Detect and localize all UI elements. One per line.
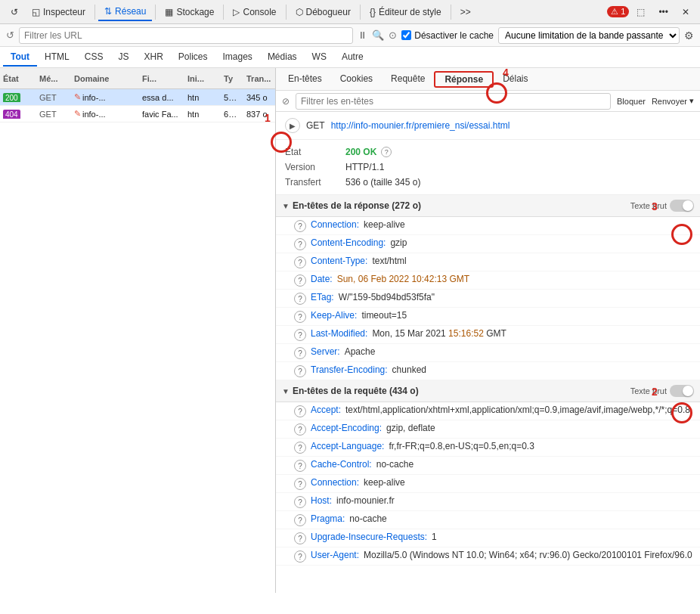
transfer-cell: 345 o — [243, 93, 275, 102]
tab-html[interactable]: HTML — [37, 48, 77, 67]
block-button[interactable]: Bloquer — [617, 97, 646, 106]
more-tools-btn[interactable]: >> — [454, 4, 477, 20]
play-button[interactable]: ▶ — [285, 118, 300, 133]
request-list-panel: État Mé... Domaine Fi... Ini... Ty Tran.… — [0, 68, 276, 593]
request-method: GET — [306, 120, 325, 131]
request-header-cache-control: ? Cache-Control: no-cache — [276, 457, 700, 475]
tab-autre[interactable]: Autre — [334, 48, 371, 67]
request-header-accept-encoding: ? Accept-Encoding: gzip, deflate — [276, 420, 700, 439]
request-headers-section-header[interactable]: ▼ En-têtes de la requête (434 o) Texte b… — [276, 380, 700, 402]
request-url[interactable]: http://info-mounier.fr/premiere_nsi/essa… — [331, 120, 510, 131]
request-header-user-agent: ? User-Agent: Mozilla/5.0 (Windows NT 10… — [276, 547, 700, 566]
tab-xhr[interactable]: XHR — [136, 48, 170, 67]
tab-requete[interactable]: Requête — [382, 70, 434, 88]
cache-check-label[interactable]: Désactiver le cache — [401, 30, 494, 41]
pause-icon[interactable]: ⏸ — [358, 29, 367, 41]
camera-icon[interactable]: ⊙ — [389, 29, 397, 41]
cache-checkbox[interactable] — [401, 30, 411, 40]
help-icon[interactable]: ? — [294, 329, 306, 341]
error-badge[interactable]: ⚠ 1 — [607, 6, 629, 17]
tab-js[interactable]: JS — [110, 48, 136, 67]
toolbar-right: ⚠ 1 ⬚ ••• ✕ — [607, 4, 695, 20]
col-header-tran[interactable]: Tran... — [243, 74, 276, 83]
col-header-me[interactable]: Mé... — [36, 74, 71, 83]
tab-tout[interactable]: Tout — [3, 48, 37, 67]
state-value: 200 OK — [345, 147, 376, 157]
network-filter-tabs: Tout HTML CSS JS XHR Polices Images Médi… — [0, 47, 700, 68]
request-header-accept: ? Accept: text/html,application/xhtml+xm… — [276, 402, 700, 420]
info-grid: État 200 OK ? Version HTTP/1.1 Transfert… — [276, 140, 700, 195]
help-icon[interactable]: ? — [294, 478, 306, 490]
col-header-domaine[interactable]: Domaine — [71, 74, 139, 83]
help-icon[interactable]: ? — [294, 347, 306, 359]
throttle-select[interactable]: Aucune limitation de la bande passante — [498, 27, 680, 44]
more-btn[interactable]: ••• — [652, 4, 674, 20]
raw-text-request-toggle[interactable] — [670, 385, 694, 397]
stockage-btn[interactable]: ▦ Stockage — [159, 4, 220, 20]
help-icon[interactable]: ? — [294, 256, 306, 268]
help-icon[interactable]: ? — [294, 238, 306, 250]
debogueur-btn[interactable]: ⬡ Débogueur — [290, 4, 357, 20]
tab-delais[interactable]: Délais — [494, 70, 537, 88]
help-icon[interactable]: ? — [294, 365, 306, 377]
tab-en-tetes[interactable]: En-têtes — [279, 70, 331, 88]
inspector-icon: ◱ — [32, 7, 40, 17]
response-headers-section-header[interactable]: ▼ En-têtes de la réponse (272 o) Texte b… — [276, 195, 700, 217]
help-icon[interactable]: ? — [294, 442, 306, 454]
table-row[interactable]: 200 GET ✎ info-... essa d... htn 536 o 3… — [0, 89, 275, 106]
method-cell: GET — [36, 110, 71, 119]
resend-button[interactable]: Renvoyer ▾ — [652, 96, 694, 106]
request-header-accept-language: ? Accept-Language: fr,fr-FR;q=0.8,en-US;… — [276, 439, 700, 457]
table-row[interactable]: 404 GET ✎ info-... favic Fa... htn 698 o… — [0, 106, 275, 122]
help-icon[interactable]: ? — [294, 274, 306, 287]
gear-icon[interactable]: ⚙ — [684, 29, 694, 42]
tab-ws[interactable]: WS — [305, 48, 334, 67]
tab-polices[interactable]: Polices — [171, 48, 215, 67]
help-icon[interactable]: ? — [294, 220, 306, 232]
reload-btn[interactable]: ↺ — [5, 4, 24, 20]
col-header-ini[interactable]: Ini... — [184, 74, 221, 83]
toggle-knob — [683, 386, 693, 396]
editeur-btn[interactable]: {} Éditeur de style — [364, 4, 448, 20]
url-filter-input[interactable] — [19, 27, 353, 44]
devtools-toolbar: ↺ ◱ Inspecteur ⇅ Réseau ▦ Stockage ▷ Con… — [0, 0, 700, 24]
state-help-icon[interactable]: ? — [381, 147, 392, 157]
search-icon[interactable]: 🔍 — [372, 29, 384, 41]
col-header-etat[interactable]: État — [0, 74, 36, 83]
col-header-ty[interactable]: Ty — [221, 74, 243, 83]
reseau-btn[interactable]: ⇅ Réseau — [98, 3, 152, 21]
response-header-server: ? Server: Apache — [276, 344, 700, 362]
response-header-date: ? Date: Sun, 06 Feb 2022 10:42:13 GMT — [276, 271, 700, 290]
file-cell: essa d... — [139, 93, 184, 102]
right-panel: En-têtes Cookies Requête Réponse Délais … — [276, 68, 700, 593]
main-layout: État Mé... Domaine Fi... Ini... Ty Tran.… — [0, 68, 700, 593]
tab-css[interactable]: CSS — [77, 48, 111, 67]
help-icon[interactable]: ? — [294, 550, 306, 563]
raw-text-response-label: Texte brut — [630, 201, 667, 210]
tab-cookies[interactable]: Cookies — [331, 70, 382, 88]
help-icon[interactable]: ? — [294, 293, 306, 305]
raw-text-response-toggle[interactable] — [670, 200, 694, 212]
separator — [223, 5, 224, 20]
transfer-row: Transfert 536 o (taille 345 o) — [285, 175, 691, 190]
console-btn[interactable]: ▷ Console — [227, 4, 282, 20]
tab-medias[interactable]: Médias — [260, 48, 305, 67]
col-header-fi[interactable]: Fi... — [139, 74, 184, 83]
help-icon[interactable]: ? — [294, 311, 306, 323]
help-icon[interactable]: ? — [294, 532, 306, 544]
request-header-upgrade: ? Upgrade-Insecure-Requests: 1 — [276, 529, 700, 547]
help-icon[interactable]: ? — [294, 460, 306, 472]
version-row: Version HTTP/1.1 — [285, 160, 691, 175]
tab-images[interactable]: Images — [215, 48, 260, 67]
help-icon[interactable]: ? — [294, 496, 306, 508]
file-cell: favic Fa... — [139, 110, 184, 119]
tab-reponse[interactable]: Réponse — [434, 71, 494, 88]
close-btn[interactable]: ✕ — [676, 4, 695, 20]
inspector-btn[interactable]: ◱ Inspecteur — [26, 4, 91, 20]
help-icon[interactable]: ? — [294, 423, 306, 436]
help-icon[interactable]: ? — [294, 405, 306, 417]
chevron-down-icon: ▼ — [282, 387, 290, 395]
headers-filter-input[interactable] — [296, 93, 611, 110]
responsive-btn[interactable]: ⬚ — [630, 4, 651, 20]
help-icon[interactable]: ? — [294, 514, 306, 526]
